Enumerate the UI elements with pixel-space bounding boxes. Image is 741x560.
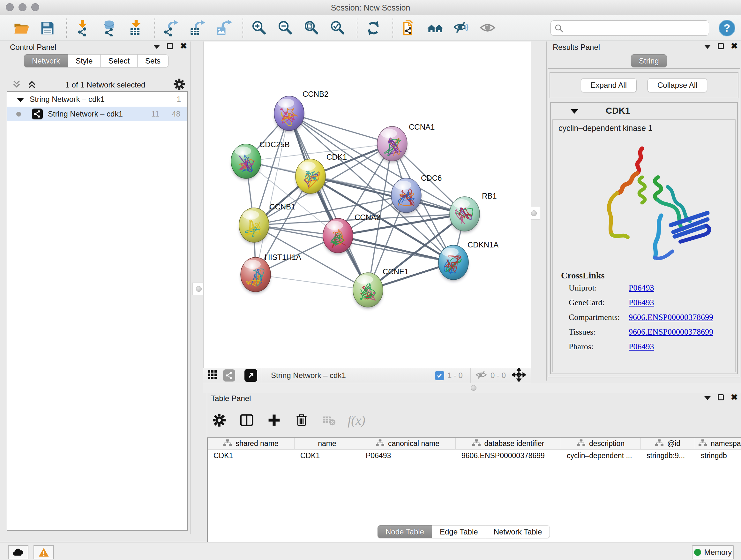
column-header-database-identifier[interactable]: database identifier <box>456 438 561 449</box>
show-columns-icon[interactable] <box>238 411 256 429</box>
column-header-name[interactable]: name <box>294 438 360 449</box>
gene-collapse-icon[interactable] <box>570 109 578 114</box>
import-table-file-icon[interactable] <box>126 19 144 37</box>
export-image-icon[interactable] <box>214 19 232 37</box>
create-column-icon[interactable] <box>265 411 283 429</box>
panel-float-icon[interactable] <box>718 394 724 400</box>
network-edge-HIST1H1A-CCNB2[interactable] <box>256 113 289 274</box>
crosslink-link[interactable]: P06493 <box>629 283 654 293</box>
zoom-fit-icon[interactable] <box>302 19 320 37</box>
expand-all-networks-icon[interactable] <box>26 79 37 91</box>
collapse-all-button[interactable]: Collapse All <box>648 78 707 92</box>
zoom-out-icon[interactable] <box>276 19 294 37</box>
network-node-CDC25B[interactable] <box>231 144 261 179</box>
show-all-icon[interactable] <box>479 19 496 37</box>
network-list-toolbar: 1 of 1 Network selected <box>7 78 188 92</box>
panel-close-icon[interactable]: ✖ <box>731 43 738 49</box>
column-header-shared-name[interactable]: shared name <box>208 438 294 449</box>
selected-checkbox-icon[interactable] <box>435 371 444 380</box>
tab-network-table[interactable]: Network Table <box>486 525 550 538</box>
panel-float-icon[interactable] <box>167 43 173 49</box>
network-node-CDK1[interactable] <box>295 159 326 193</box>
tab-edge-table[interactable]: Edge Table <box>432 525 486 538</box>
network-edge-CCNB2-CCNA1[interactable] <box>289 113 392 144</box>
first-neighbors-icon[interactable] <box>426 19 444 37</box>
splitter-dot[interactable] <box>471 385 476 391</box>
memory-label: Memory <box>704 548 732 557</box>
network-node-CDKN1A[interactable] <box>439 245 468 280</box>
collection-expand-icon[interactable] <box>17 98 24 102</box>
results-panel: Results Panel ✖ String Expand All Collap… <box>546 42 741 381</box>
toolbar-separator <box>357 18 357 38</box>
birds-eye-view-icon[interactable] <box>245 369 257 382</box>
network-edge-CCNB2-CCNE1[interactable] <box>289 113 368 290</box>
table-options-gear-icon[interactable] <box>210 411 228 429</box>
gene-details: cyclin–dependent kinase 1 <box>552 119 736 372</box>
refresh-icon[interactable] <box>364 19 382 37</box>
network-node-CCNA1[interactable] <box>377 126 407 161</box>
network-edge-HIST1H1A-CCNE1[interactable] <box>256 274 368 290</box>
collapse-all-networks-icon[interactable] <box>11 79 22 91</box>
zoom-selected-icon[interactable] <box>329 19 347 37</box>
panel-menu-icon[interactable] <box>153 45 160 49</box>
import-network-database-icon[interactable] <box>100 19 118 37</box>
save-session-icon[interactable] <box>38 19 56 37</box>
column-header-description[interactable]: description <box>561 438 641 449</box>
hidden-eye-icon[interactable] <box>475 370 487 381</box>
collection-count: 1 <box>177 95 181 104</box>
crosslink-link[interactable]: 9606.ENSP00000378699 <box>629 327 713 337</box>
network-node-CCNE1[interactable] <box>353 273 383 307</box>
new-network-from-selection-icon[interactable] <box>400 19 418 37</box>
tab-node-table[interactable]: Node Table <box>378 525 432 538</box>
tab-network[interactable]: Network <box>24 54 68 67</box>
hide-selected-icon[interactable] <box>453 19 470 37</box>
network-row-selected[interactable]: String Network – cdk1 11 48 <box>7 107 187 121</box>
import-network-file-icon[interactable] <box>74 19 92 37</box>
panel-close-icon[interactable]: ✖ <box>731 394 738 400</box>
column-header-namespace[interactable]: namespace <box>695 438 741 449</box>
network-node-RB1[interactable] <box>450 197 480 231</box>
network-canvas[interactable]: CCNB2 CCNA1 CDC25B CDK1 CDC6 RB1 CCNB1 C… <box>203 42 531 368</box>
gene-section-header[interactable]: CDK1 <box>551 103 737 119</box>
table-row[interactable]: CDK1CDK1P064939606.ENSP00000378699cyclin… <box>208 449 741 462</box>
results-tab-string: String <box>631 54 667 67</box>
memory-button[interactable]: Memory <box>692 545 734 559</box>
expand-all-button[interactable]: Expand All <box>581 78 636 92</box>
zoom-in-icon[interactable] <box>250 19 268 37</box>
network-edge-CCNA2-CDKN1A[interactable] <box>338 236 454 262</box>
tab-select[interactable]: Select <box>100 54 138 67</box>
network-node-CDC6[interactable] <box>391 178 421 212</box>
open-session-icon[interactable] <box>12 19 30 37</box>
network-node-CCNA2[interactable] <box>323 219 353 253</box>
crosslink-link[interactable]: P06493 <box>629 342 654 352</box>
cloud-status-button[interactable] <box>8 545 28 559</box>
network-collection-row[interactable]: String Network – cdk1 1 <box>7 92 187 107</box>
panel-menu-icon[interactable] <box>704 45 711 49</box>
collection-name: String Network – cdk1 <box>30 95 105 104</box>
warning-status-button[interactable] <box>33 545 54 559</box>
horizontal-splitter[interactable] <box>203 383 741 393</box>
help-button[interactable]: ? <box>719 20 735 37</box>
column-header--id[interactable]: @id <box>641 438 695 449</box>
panel-float-icon[interactable] <box>718 43 724 49</box>
crosslink-link[interactable]: P06493 <box>629 298 654 307</box>
export-network-icon[interactable] <box>162 19 180 37</box>
network-node-HIST1H1A[interactable] <box>241 257 271 292</box>
network-options-gear-icon[interactable] <box>173 78 185 91</box>
column-type-icon <box>698 439 707 448</box>
search-input[interactable] <box>550 20 709 36</box>
delete-column-icon[interactable] <box>293 411 311 429</box>
network-overview-icon[interactable] <box>223 369 235 381</box>
grid-view-icon[interactable] <box>208 370 217 381</box>
network-node-CCNB2[interactable] <box>274 96 304 131</box>
tab-string[interactable]: String <box>631 54 667 67</box>
tab-style[interactable]: Style <box>68 54 100 67</box>
tab-sets[interactable]: Sets <box>138 54 169 67</box>
panel-menu-icon[interactable] <box>704 396 711 400</box>
export-table-icon[interactable] <box>188 19 206 37</box>
crosslink-link[interactable]: 9606.ENSP00000378699 <box>629 313 713 322</box>
panel-close-icon[interactable]: ✖ <box>180 43 187 49</box>
network-node-CCNB1[interactable] <box>239 208 269 242</box>
column-header-canonical-name[interactable]: canonical name <box>360 438 456 449</box>
fit-content-crosshair-icon[interactable] <box>512 368 526 383</box>
